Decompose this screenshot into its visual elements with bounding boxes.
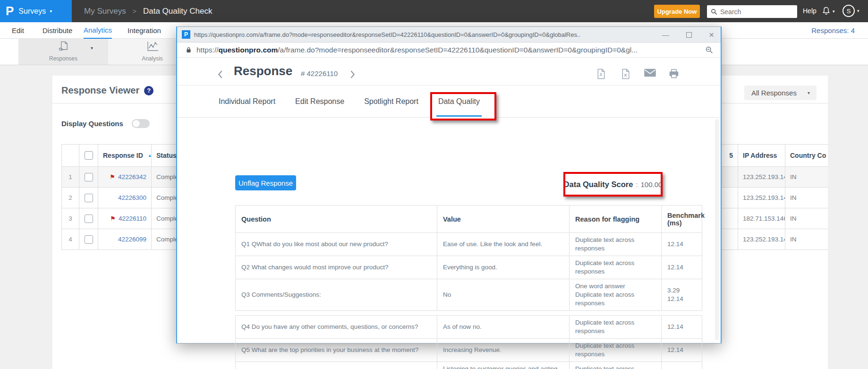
dq-benchmark-cell: 3.2912.14	[662, 279, 702, 311]
dq-row: Q4 Do you have any other comments, quest…	[236, 316, 702, 339]
search-input[interactable]	[720, 8, 786, 16]
product-switcher[interactable]: P Surveys ▾	[0, 0, 72, 22]
dq-question-cell: Q1 QWhat do you like most about our new …	[236, 233, 437, 256]
response-id-link[interactable]: 42226099	[118, 236, 146, 243]
display-questions-toggle[interactable]	[132, 119, 150, 128]
toolbar-responses-label: Responses	[18, 55, 108, 62]
nav-tab-integration[interactable]: Integration	[128, 22, 161, 39]
page-title: Response Viewer	[61, 85, 139, 96]
row-select-cell	[79, 167, 98, 188]
popup-body: Response # 42226110 X	[177, 58, 721, 343]
previous-response-button[interactable]	[218, 70, 223, 79]
response-id-link[interactable]: 42226342	[118, 173, 146, 180]
export-excel-icon[interactable]: X	[620, 68, 631, 80]
dq-benchmark-cell: 12.14	[662, 233, 702, 256]
data-quality-score: Data Quality Score : 100.00	[569, 172, 657, 197]
dq-column-value: Value	[437, 206, 570, 233]
breadcrumb-parent[interactable]: My Surveys	[84, 7, 126, 16]
nav-tab-edit[interactable]: Edit	[12, 22, 24, 39]
response-id-cell: ⚑42226110	[98, 208, 152, 229]
upgrade-now-button[interactable]: Upgrade Now	[654, 5, 700, 18]
country-code-cell: IN	[785, 188, 828, 208]
row-select-cell	[79, 208, 98, 229]
popup-tabs: Individual ReportEdit ResponseSpotlight …	[177, 86, 721, 118]
unflag-response-button[interactable]: Unflag Response	[235, 175, 296, 190]
screen: P Surveys ▾ My Surveys > Data Quality Ch…	[0, 0, 868, 369]
dq-column-reason-for-flagging: Reason for flagging	[570, 206, 662, 233]
popup-title-bar[interactable]: P https://questionpro.com/a/frame.do?mod…	[177, 27, 721, 43]
row-checkbox[interactable]	[85, 194, 93, 202]
dq-value-cell: No	[437, 279, 570, 311]
next-response-button[interactable]	[350, 70, 355, 79]
responses-doc-icon	[18, 40, 108, 53]
global-search[interactable]	[707, 5, 797, 18]
close-button[interactable]: ×	[709, 30, 714, 39]
maximize-button[interactable]	[686, 32, 692, 38]
row-checkbox[interactable]	[85, 173, 93, 181]
minimize-button[interactable]: —	[662, 31, 669, 38]
response-id-link[interactable]: 42226300	[118, 194, 146, 201]
row-select-cell	[79, 188, 98, 208]
notifications-menu[interactable]: ▾	[822, 6, 835, 16]
ip-address-header[interactable]: IP Address	[738, 145, 785, 167]
help-link[interactable]: Help	[803, 7, 817, 15]
row-number: 4	[62, 229, 79, 250]
response-id-cell: ⚑42226342	[98, 167, 152, 188]
sort-asc-icon: ▲	[148, 153, 152, 158]
ip-address-cell: 123.252.193.148	[738, 229, 785, 250]
row-checkbox[interactable]	[85, 235, 93, 244]
dq-column-question: Question	[236, 206, 437, 233]
response-editor-popup: P https://questionpro.com/a/frame.do?mod…	[176, 26, 722, 343]
chevron-down-icon: ▾	[857, 9, 859, 13]
questionpro-logo-icon: P	[6, 4, 14, 18]
product-label: Surveys	[18, 7, 46, 16]
responses-filter-dropdown[interactable]: All Responses ▾	[744, 86, 817, 100]
dq-benchmark-cell: 12.14	[662, 362, 702, 369]
nav-tab-distribute[interactable]: Distribute	[43, 22, 72, 39]
zoom-out-icon[interactable]	[705, 46, 713, 54]
email-icon[interactable]	[644, 68, 656, 77]
dq-value-cell: Listening to customer queries and acting…	[437, 362, 570, 369]
help-icon[interactable]: ?	[144, 86, 153, 95]
responses-count[interactable]: Responses: 4	[811, 22, 855, 39]
popup-scrollbar[interactable]	[715, 119, 719, 340]
response-title: Response	[234, 64, 292, 78]
chevron-down-icon: ▾	[50, 9, 52, 14]
export-pdf-icon[interactable]	[596, 68, 606, 80]
ip-address-cell: 123.252.193.148	[738, 188, 785, 208]
breadcrumb: My Surveys > Data Quality Check	[84, 0, 212, 22]
dq-reason-cell: Duplicate text across responses	[570, 339, 662, 362]
response-number: # 42226110	[301, 69, 338, 77]
popup-address-bar[interactable]: https://questionpro.com/a/frame.do?mode=…	[177, 43, 721, 58]
dq-benchmark-cell: 12.14	[662, 316, 702, 339]
chevron-down-icon: ▾	[808, 90, 810, 95]
select-all-checkbox[interactable]	[85, 151, 93, 160]
toolbar-responses-button[interactable]: ▾ Responses	[18, 39, 108, 65]
chevron-down-icon: ▾	[833, 9, 835, 14]
response-header: Response # 42226110 X	[177, 58, 721, 86]
account-menu[interactable]: S ▾	[842, 5, 859, 17]
popup-tab-edit-response[interactable]: Edit Response	[295, 86, 344, 117]
breadcrumb-current: Data Quality Check	[143, 7, 212, 16]
avatar: S	[842, 5, 855, 17]
print-icon[interactable]	[668, 68, 680, 79]
popup-tab-spotlight-report[interactable]: Spotlight Report	[364, 86, 418, 117]
dq-reason-cell: Duplicate text across responses	[570, 362, 662, 369]
popup-tab-data-quality[interactable]: Data Quality	[438, 86, 480, 117]
bell-icon	[822, 6, 831, 16]
address-url: https://questionpro.com/a/frame.do?mode=…	[196, 46, 688, 54]
popup-tab-individual-report[interactable]: Individual Report	[219, 86, 275, 117]
country-code-cell: IN	[785, 167, 828, 188]
response-id-header[interactable]: Response ID▲	[98, 145, 152, 167]
row-checkbox[interactable]	[85, 215, 93, 223]
nav-tab-analytics[interactable]: Analytics	[84, 22, 112, 39]
response-id-link[interactable]: 42226110	[119, 215, 146, 222]
country-code-header[interactable]: Country Co	[785, 145, 828, 167]
questionpro-favicon-icon: P	[182, 30, 190, 39]
select-all-header	[79, 145, 98, 167]
svg-text:X: X	[624, 72, 627, 77]
country-code-cell: IN	[785, 229, 828, 250]
dq-question-cell: Q5 What are the top priorities in your b…	[236, 339, 437, 362]
dq-row: Q1 QWhat do you like most about our new …	[236, 233, 702, 256]
dq-value-cell: Increasing Revenue.	[437, 339, 570, 362]
